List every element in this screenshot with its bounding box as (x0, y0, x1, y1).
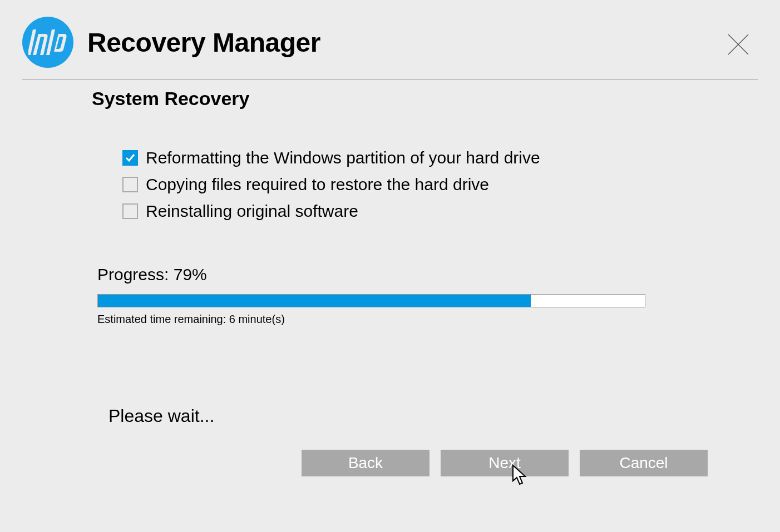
step-item: Reformatting the Windows partition of yo… (122, 148, 780, 167)
step-label: Reformatting the Windows partition of yo… (146, 148, 540, 167)
header: Recovery Manager (0, 0, 780, 79)
hp-logo-icon (22, 17, 73, 68)
next-button[interactable]: Next (441, 450, 569, 476)
close-button[interactable] (724, 31, 752, 58)
steps-list: Reformatting the Windows partition of yo… (92, 148, 780, 221)
main-content: System Recovery Reformatting the Windows… (0, 79, 780, 326)
step-label: Reinstalling original software (146, 202, 358, 221)
back-button[interactable]: Back (302, 450, 430, 476)
step-label: Copying files required to restore the ha… (146, 175, 489, 194)
progress-fill (98, 295, 531, 307)
eta-label: Estimated time remaining: 6 minute(s) (92, 313, 641, 326)
footer-buttons: Back Next Cancel (302, 450, 708, 476)
step-item: Reinstalling original software (122, 202, 780, 221)
cancel-button[interactable]: Cancel (580, 450, 708, 476)
wait-text: Please wait... (108, 406, 214, 426)
progress-label: Progress: 79% (92, 265, 641, 284)
close-icon (726, 32, 751, 57)
checkbox-unchecked-icon (122, 203, 138, 219)
progress-bar (97, 294, 645, 307)
progress-section: Progress: 79% Estimated time remaining: … (92, 265, 780, 326)
checkbox-unchecked-icon (122, 177, 138, 192)
app-title: Recovery Manager (87, 27, 320, 58)
section-title: System Recovery (92, 88, 780, 110)
step-item: Copying files required to restore the ha… (122, 175, 780, 194)
checkbox-checked-icon (122, 150, 138, 166)
